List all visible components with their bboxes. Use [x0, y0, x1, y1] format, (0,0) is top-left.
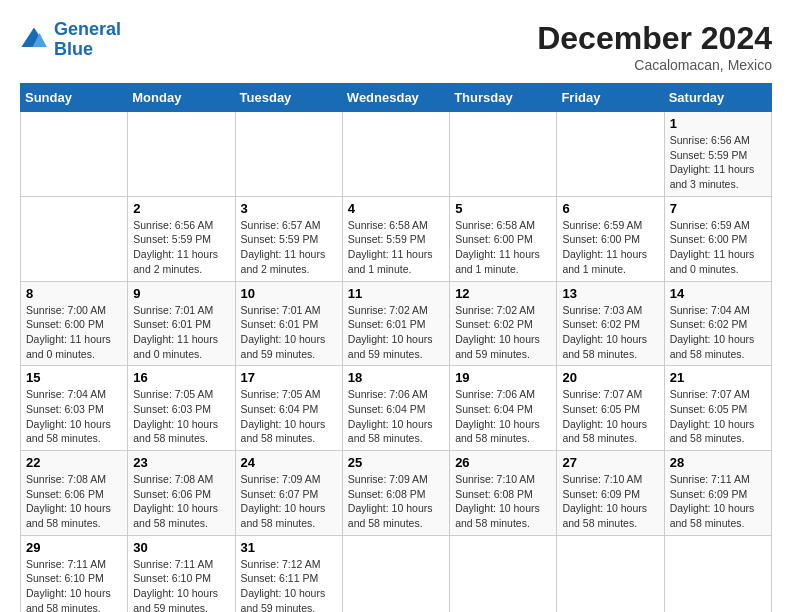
calendar-week-1: 1Sunrise: 6:56 AMSunset: 5:59 PMDaylight… [21, 112, 772, 197]
day-header-sunday: Sunday [21, 84, 128, 112]
empty-cell [450, 535, 557, 612]
month-title: December 2024 [537, 20, 772, 57]
calendar-day-24: 24Sunrise: 7:09 AMSunset: 6:07 PMDayligh… [235, 451, 342, 536]
calendar-day-5: 5Sunrise: 6:58 AMSunset: 6:00 PMDaylight… [450, 196, 557, 281]
empty-cell [557, 112, 664, 197]
day-header-thursday: Thursday [450, 84, 557, 112]
calendar-day-20: 20Sunrise: 7:07 AMSunset: 6:05 PMDayligh… [557, 366, 664, 451]
calendar-day-9: 9Sunrise: 7:01 AMSunset: 6:01 PMDaylight… [128, 281, 235, 366]
calendar-day-7: 7Sunrise: 6:59 AMSunset: 6:00 PMDaylight… [664, 196, 771, 281]
calendar-day-28: 28Sunrise: 7:11 AMSunset: 6:09 PMDayligh… [664, 451, 771, 536]
logo-line2: Blue [54, 39, 93, 59]
calendar-day-1: 1Sunrise: 6:56 AMSunset: 5:59 PMDaylight… [664, 112, 771, 197]
calendar-day-4: 4Sunrise: 6:58 AMSunset: 5:59 PMDaylight… [342, 196, 449, 281]
calendar-day-13: 13Sunrise: 7:03 AMSunset: 6:02 PMDayligh… [557, 281, 664, 366]
location: Cacalomacan, Mexico [537, 57, 772, 73]
day-header-friday: Friday [557, 84, 664, 112]
calendar-day-14: 14Sunrise: 7:04 AMSunset: 6:02 PMDayligh… [664, 281, 771, 366]
empty-cell [342, 112, 449, 197]
days-header-row: SundayMondayTuesdayWednesdayThursdayFrid… [21, 84, 772, 112]
calendar-week-2: 2Sunrise: 6:56 AMSunset: 5:59 PMDaylight… [21, 196, 772, 281]
calendar-day-22: 22Sunrise: 7:08 AMSunset: 6:06 PMDayligh… [21, 451, 128, 536]
calendar-day-12: 12Sunrise: 7:02 AMSunset: 6:02 PMDayligh… [450, 281, 557, 366]
calendar-day-31: 31Sunrise: 7:12 AMSunset: 6:11 PMDayligh… [235, 535, 342, 612]
calendar-day-16: 16Sunrise: 7:05 AMSunset: 6:03 PMDayligh… [128, 366, 235, 451]
empty-cell [664, 535, 771, 612]
calendar-week-3: 8Sunrise: 7:00 AMSunset: 6:00 PMDaylight… [21, 281, 772, 366]
header: General Blue December 2024 Cacalomacan, … [20, 20, 772, 73]
calendar-day-21: 21Sunrise: 7:07 AMSunset: 6:05 PMDayligh… [664, 366, 771, 451]
calendar-day-19: 19Sunrise: 7:06 AMSunset: 6:04 PMDayligh… [450, 366, 557, 451]
calendar-day-10: 10Sunrise: 7:01 AMSunset: 6:01 PMDayligh… [235, 281, 342, 366]
empty-cell [235, 112, 342, 197]
calendar-day-30: 30Sunrise: 7:11 AMSunset: 6:10 PMDayligh… [128, 535, 235, 612]
calendar-day-3: 3Sunrise: 6:57 AMSunset: 5:59 PMDaylight… [235, 196, 342, 281]
calendar-day-25: 25Sunrise: 7:09 AMSunset: 6:08 PMDayligh… [342, 451, 449, 536]
calendar-day-23: 23Sunrise: 7:08 AMSunset: 6:06 PMDayligh… [128, 451, 235, 536]
empty-cell [342, 535, 449, 612]
calendar-day-15: 15Sunrise: 7:04 AMSunset: 6:03 PMDayligh… [21, 366, 128, 451]
title-area: December 2024 Cacalomacan, Mexico [537, 20, 772, 73]
calendar-day-18: 18Sunrise: 7:06 AMSunset: 6:04 PMDayligh… [342, 366, 449, 451]
calendar-day-17: 17Sunrise: 7:05 AMSunset: 6:04 PMDayligh… [235, 366, 342, 451]
empty-cell [21, 112, 128, 197]
calendar-table: SundayMondayTuesdayWednesdayThursdayFrid… [20, 83, 772, 612]
calendar-day-11: 11Sunrise: 7:02 AMSunset: 6:01 PMDayligh… [342, 281, 449, 366]
calendar-day-2: 2Sunrise: 6:56 AMSunset: 5:59 PMDaylight… [128, 196, 235, 281]
calendar-day-26: 26Sunrise: 7:10 AMSunset: 6:08 PMDayligh… [450, 451, 557, 536]
logo-line1: General [54, 19, 121, 39]
calendar-week-6: 29Sunrise: 7:11 AMSunset: 6:10 PMDayligh… [21, 535, 772, 612]
empty-cell [21, 196, 128, 281]
logo: General Blue [20, 20, 121, 60]
empty-cell [557, 535, 664, 612]
empty-cell [128, 112, 235, 197]
day-header-wednesday: Wednesday [342, 84, 449, 112]
empty-cell [450, 112, 557, 197]
calendar-day-8: 8Sunrise: 7:00 AMSunset: 6:00 PMDaylight… [21, 281, 128, 366]
calendar-day-29: 29Sunrise: 7:11 AMSunset: 6:10 PMDayligh… [21, 535, 128, 612]
calendar-day-6: 6Sunrise: 6:59 AMSunset: 6:00 PMDaylight… [557, 196, 664, 281]
calendar-day-27: 27Sunrise: 7:10 AMSunset: 6:09 PMDayligh… [557, 451, 664, 536]
day-header-tuesday: Tuesday [235, 84, 342, 112]
calendar-week-5: 22Sunrise: 7:08 AMSunset: 6:06 PMDayligh… [21, 451, 772, 536]
day-header-monday: Monday [128, 84, 235, 112]
day-header-saturday: Saturday [664, 84, 771, 112]
logo-icon [20, 26, 48, 54]
calendar-week-4: 15Sunrise: 7:04 AMSunset: 6:03 PMDayligh… [21, 366, 772, 451]
